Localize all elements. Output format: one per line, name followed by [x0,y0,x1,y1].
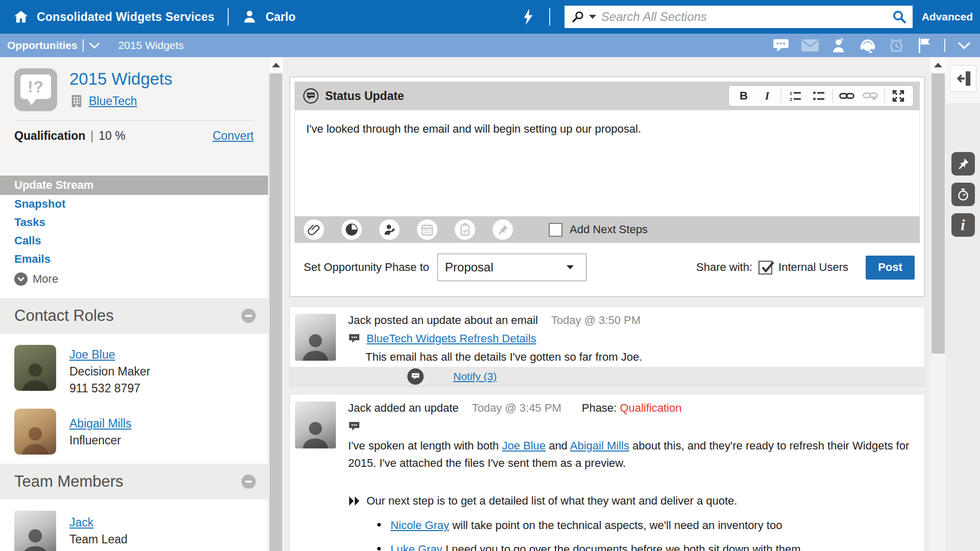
status-update-textarea[interactable]: I've looked through the email and will b… [295,110,920,216]
expand-icon[interactable] [887,87,910,105]
composer-attachment-toolbar: Add Next Steps [295,216,920,243]
sidebar-item-tasks[interactable]: Tasks [0,213,268,232]
bullet-list-icon[interactable] [807,87,830,105]
ordered-list-icon[interactable]: 12 [783,87,807,105]
convert-link[interactable]: Convert [212,129,254,143]
headset-icon[interactable] [860,37,876,54]
avatar-jack[interactable] [295,314,336,361]
sidebar-item-snapshot[interactable]: Snapshot [0,195,268,213]
mention-link[interactable]: Abigail Mills [570,439,629,452]
contact-roles-header: Contact Roles [0,298,268,334]
mention-link[interactable]: Joe Blue [502,439,546,452]
add-next-steps-toggle[interactable]: Add Next Steps [549,223,648,237]
rich-text-toolbar: B I 12 [728,85,914,107]
pin-icon[interactable] [493,219,513,240]
svg-text:2: 2 [790,97,792,102]
update-stream-panel: Status Update B I 12 [284,57,930,551]
avatar-joe-blue[interactable] [14,345,56,391]
team-member-name-link[interactable]: Jack [69,516,128,530]
account-link[interactable]: BlueTech [89,94,137,108]
advanced-search-button[interactable]: Advanced [922,11,973,23]
feed-phase-label: Phase: [582,402,617,414]
search-go-icon[interactable] [889,7,910,27]
avatar-jack[interactable] [14,511,56,551]
collapse-team-members-icon[interactable] [241,474,256,489]
stage-separator: | [90,129,93,143]
composer-footer: Set Opportunity Phase to Proposal Share … [295,243,920,292]
post-button[interactable]: Post [866,256,915,280]
sidebar-more-button[interactable]: More [0,268,268,291]
next-step-row: Our next step is to get a detailed list … [348,494,916,508]
paperclip-icon[interactable] [304,219,324,240]
mail-icon[interactable] [801,39,819,52]
notify-link[interactable]: Notify (3) [453,370,497,383]
search-scope-icon[interactable] [571,10,585,24]
sidebar-scrollbar-thumb[interactable] [270,73,282,551]
pin-panel-icon[interactable] [951,152,975,176]
search-scope-caret-icon[interactable] [589,15,596,19]
avatar-abigail-mills[interactable] [14,409,56,455]
record-nav-bar: Opportunities 2015 Widgets ? [0,34,980,57]
sidebar-item-calls[interactable]: Calls [0,232,268,250]
sidebar-scrollbar [268,57,283,551]
sidebar-item-update-stream[interactable]: Update Stream [0,176,268,195]
section-menu[interactable]: Opportunities [7,39,78,52]
mention-link[interactable]: Nicole Gray [390,519,449,532]
collapse-contact-roles-icon[interactable] [241,309,256,323]
sidebar-item-emails[interactable]: Emails [0,250,268,268]
bold-button[interactable]: B [732,87,755,105]
phase-select[interactable]: Proposal [437,254,586,281]
email-attachment-link[interactable]: BlueTech Widgets Refresh Details [366,332,536,345]
contact-name-link[interactable]: Joe Blue [69,348,151,362]
toolbar-separator [832,89,833,103]
flag-icon[interactable] [917,37,932,54]
chevron-down-icon[interactable] [958,41,971,50]
sidebar-nav: Update Stream Snapshot Tasks Calls Email… [0,176,268,291]
mention-link[interactable]: Luke Gray [390,543,443,551]
status-update-icon [303,88,319,104]
topbar-left: Consolidated Widgets Services Carlo [0,8,522,26]
main-scroll-up-button[interactable] [930,57,946,72]
add-next-steps-checkbox[interactable] [549,223,562,237]
share-with-label: Share with: [696,261,752,274]
contact-phone: 911 532 8797 [69,382,151,395]
stopwatch-icon[interactable] [951,183,975,206]
section-caret-icon[interactable] [89,42,100,49]
search-box [565,6,913,28]
select-caret-icon [567,265,574,269]
italic-button[interactable]: I [755,87,779,105]
person-edit-icon[interactable] [379,219,400,240]
chat-bubble-icon[interactable] [773,38,789,53]
status-update-composer: Status Update B I 12 [289,77,925,297]
lightning-icon[interactable] [522,8,535,26]
app-title: Consolidated Widgets Services [37,10,214,24]
speech-bubble-icon [348,333,360,344]
current-user-name[interactable]: Carlo [265,10,296,24]
sidebar-scroll-up-button[interactable] [268,57,283,72]
alarm-icon[interactable] [888,37,904,54]
bullet-item: Luke Gray I need you to go over the docu… [377,541,916,551]
navbar-icons-divider [944,39,945,52]
clipboard-check-icon[interactable] [455,219,475,240]
team-member-card: Jack Team Lead [0,499,268,551]
top-bar: Consolidated Widgets Services Carlo Adva… [0,0,980,34]
dock-left-icon[interactable] [950,65,976,92]
contact-name-link[interactable]: Abigail Mills [69,417,131,431]
speech-bubble-icon [348,421,916,432]
more-chevron-icon [14,272,28,286]
search-input[interactable] [601,10,889,24]
phase-label: Set Opportunity Phase to [304,261,429,274]
info-icon[interactable]: i [951,213,975,237]
clock-icon[interactable] [341,219,362,240]
avatar-jack[interactable] [295,402,336,448]
main-scrollbar-thumb[interactable] [932,73,945,354]
person-question-icon[interactable]: ? [831,37,847,54]
internal-users-checkbox[interactable] [758,261,772,274]
unlink-icon[interactable] [859,87,882,105]
feed-item-email-update: Jack posted an update about an email Tod… [289,306,925,387]
link-icon[interactable] [835,87,859,105]
topbar-right: Advanced [522,6,980,28]
home-icon[interactable] [13,9,29,24]
main-scrollbar [930,57,946,551]
calendar-icon[interactable] [417,219,437,240]
